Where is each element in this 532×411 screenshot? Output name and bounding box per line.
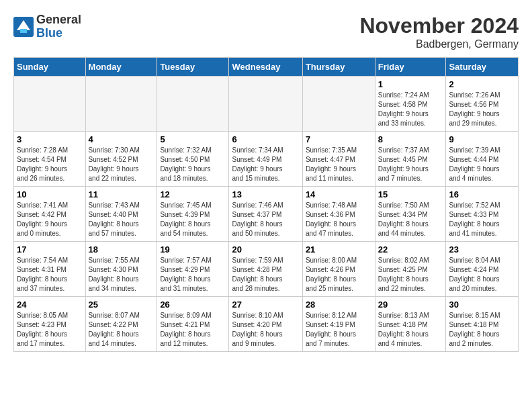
calendar-cell: 7Sunrise: 7:35 AM Sunset: 4:47 PM Daylig… (302, 132, 375, 187)
day-number: 13 (232, 189, 299, 199)
calendar-cell: 11Sunrise: 7:43 AM Sunset: 4:40 PM Dayli… (85, 187, 157, 242)
day-number: 2 (449, 79, 515, 89)
day-number: 25 (89, 300, 154, 310)
day-number: 5 (160, 134, 226, 144)
day-number: 28 (306, 300, 372, 310)
day-number: 19 (160, 244, 226, 255)
day-number: 12 (160, 189, 226, 199)
day-info: Sunrise: 7:26 AM Sunset: 4:56 PM Dayligh… (449, 91, 515, 128)
calendar-cell: 18Sunrise: 7:55 AM Sunset: 4:30 PM Dayli… (85, 242, 157, 297)
day-number: 30 (449, 300, 515, 310)
day-number: 6 (232, 134, 299, 144)
weekday-header-tuesday: Tuesday (157, 58, 229, 77)
day-info: Sunrise: 7:37 AM Sunset: 4:45 PM Dayligh… (378, 146, 443, 183)
day-number: 14 (306, 189, 372, 199)
day-number: 18 (89, 244, 154, 255)
day-info: Sunrise: 7:24 AM Sunset: 4:58 PM Dayligh… (378, 91, 443, 128)
day-number: 17 (17, 244, 83, 255)
weekday-header-row: SundayMondayTuesdayWednesdayThursdayFrid… (14, 58, 519, 77)
calendar-week-row: 1Sunrise: 7:24 AM Sunset: 4:58 PM Daylig… (14, 77, 519, 132)
calendar-cell: 28Sunrise: 8:12 AM Sunset: 4:19 PM Dayli… (302, 297, 375, 352)
calendar-table: SundayMondayTuesdayWednesdayThursdayFrid… (13, 57, 519, 352)
day-number: 27 (232, 300, 299, 310)
calendar-cell: 10Sunrise: 7:41 AM Sunset: 4:42 PM Dayli… (14, 187, 86, 242)
calendar-week-row: 17Sunrise: 7:54 AM Sunset: 4:31 PM Dayli… (14, 242, 519, 297)
calendar-cell (157, 77, 229, 132)
day-info: Sunrise: 8:07 AM Sunset: 4:22 PM Dayligh… (89, 311, 154, 349)
calendar-cell: 22Sunrise: 8:02 AM Sunset: 4:25 PM Dayli… (375, 242, 446, 297)
weekday-header-sunday: Sunday (14, 58, 86, 77)
calendar-cell (229, 77, 302, 132)
day-info: Sunrise: 7:48 AM Sunset: 4:36 PM Dayligh… (306, 201, 372, 238)
calendar-cell: 5Sunrise: 7:32 AM Sunset: 4:50 PM Daylig… (157, 132, 229, 187)
calendar-cell: 27Sunrise: 8:10 AM Sunset: 4:20 PM Dayli… (229, 297, 302, 352)
calendar-cell: 16Sunrise: 7:52 AM Sunset: 4:33 PM Dayli… (446, 187, 519, 242)
day-number: 15 (378, 189, 443, 199)
day-info: Sunrise: 7:52 AM Sunset: 4:33 PM Dayligh… (449, 201, 515, 238)
calendar-cell: 29Sunrise: 8:13 AM Sunset: 4:18 PM Dayli… (375, 297, 446, 352)
weekday-header-wednesday: Wednesday (229, 58, 302, 77)
weekday-header-monday: Monday (85, 58, 157, 77)
calendar-cell: 25Sunrise: 8:07 AM Sunset: 4:22 PM Dayli… (85, 297, 157, 352)
calendar-cell: 17Sunrise: 7:54 AM Sunset: 4:31 PM Dayli… (14, 242, 86, 297)
calendar-cell: 9Sunrise: 7:39 AM Sunset: 4:44 PM Daylig… (446, 132, 519, 187)
calendar-cell: 13Sunrise: 7:46 AM Sunset: 4:37 PM Dayli… (229, 187, 302, 242)
month-title: November 2024 (359, 13, 519, 38)
day-number: 16 (449, 189, 515, 199)
calendar-cell: 30Sunrise: 8:15 AM Sunset: 4:18 PM Dayli… (446, 297, 519, 352)
logo: General Blue (13, 13, 81, 40)
day-info: Sunrise: 8:02 AM Sunset: 4:25 PM Dayligh… (378, 256, 443, 293)
calendar-cell: 14Sunrise: 7:48 AM Sunset: 4:36 PM Dayli… (302, 187, 375, 242)
calendar-cell (85, 77, 157, 132)
calendar-cell: 4Sunrise: 7:30 AM Sunset: 4:52 PM Daylig… (85, 132, 157, 187)
calendar-cell: 20Sunrise: 7:59 AM Sunset: 4:28 PM Dayli… (229, 242, 302, 297)
day-info: Sunrise: 7:30 AM Sunset: 4:52 PM Dayligh… (89, 146, 154, 183)
day-info: Sunrise: 7:28 AM Sunset: 4:54 PM Dayligh… (17, 146, 83, 183)
day-info: Sunrise: 8:15 AM Sunset: 4:18 PM Dayligh… (449, 311, 515, 349)
day-info: Sunrise: 7:54 AM Sunset: 4:31 PM Dayligh… (17, 256, 83, 293)
day-number: 3 (17, 134, 83, 144)
calendar-week-row: 24Sunrise: 8:05 AM Sunset: 4:23 PM Dayli… (14, 297, 519, 352)
svg-rect-2 (20, 29, 27, 33)
day-info: Sunrise: 8:12 AM Sunset: 4:19 PM Dayligh… (306, 311, 372, 349)
day-info: Sunrise: 7:34 AM Sunset: 4:49 PM Dayligh… (232, 146, 299, 183)
weekday-header-thursday: Thursday (302, 58, 375, 77)
day-info: Sunrise: 7:46 AM Sunset: 4:37 PM Dayligh… (232, 201, 299, 238)
calendar-cell: 19Sunrise: 7:57 AM Sunset: 4:29 PM Dayli… (157, 242, 229, 297)
day-number: 20 (232, 244, 299, 255)
day-info: Sunrise: 7:57 AM Sunset: 4:29 PM Dayligh… (160, 256, 226, 293)
day-info: Sunrise: 7:50 AM Sunset: 4:34 PM Dayligh… (378, 201, 443, 238)
day-number: 7 (306, 134, 372, 144)
calendar-cell: 6Sunrise: 7:34 AM Sunset: 4:49 PM Daylig… (229, 132, 302, 187)
day-info: Sunrise: 8:04 AM Sunset: 4:24 PM Dayligh… (449, 256, 515, 293)
calendar-cell: 3Sunrise: 7:28 AM Sunset: 4:54 PM Daylig… (14, 132, 86, 187)
day-info: Sunrise: 7:59 AM Sunset: 4:28 PM Dayligh… (232, 256, 299, 293)
day-number: 29 (378, 300, 443, 310)
calendar-cell: 26Sunrise: 8:09 AM Sunset: 4:21 PM Dayli… (157, 297, 229, 352)
logo-blue-text: Blue (36, 27, 81, 40)
calendar-cell (14, 77, 86, 132)
calendar-cell: 1Sunrise: 7:24 AM Sunset: 4:58 PM Daylig… (375, 77, 446, 132)
day-number: 23 (449, 244, 515, 255)
day-number: 26 (160, 300, 226, 310)
day-info: Sunrise: 7:41 AM Sunset: 4:42 PM Dayligh… (17, 201, 83, 238)
day-number: 8 (378, 134, 443, 144)
calendar-cell: 8Sunrise: 7:37 AM Sunset: 4:45 PM Daylig… (375, 132, 446, 187)
weekday-header-saturday: Saturday (446, 58, 519, 77)
day-number: 9 (449, 134, 515, 144)
calendar-cell: 2Sunrise: 7:26 AM Sunset: 4:56 PM Daylig… (446, 77, 519, 132)
logo-icon (13, 17, 34, 37)
title-block: November 2024 Badbergen, Germany (359, 13, 519, 50)
day-number: 1 (378, 79, 443, 89)
day-number: 22 (378, 244, 443, 255)
page-header: General Blue November 2024 Badbergen, Ge… (13, 13, 519, 50)
day-info: Sunrise: 8:05 AM Sunset: 4:23 PM Dayligh… (17, 311, 83, 349)
day-info: Sunrise: 7:55 AM Sunset: 4:30 PM Dayligh… (89, 256, 154, 293)
calendar-week-row: 3Sunrise: 7:28 AM Sunset: 4:54 PM Daylig… (14, 132, 519, 187)
calendar-cell: 23Sunrise: 8:04 AM Sunset: 4:24 PM Dayli… (446, 242, 519, 297)
day-info: Sunrise: 8:10 AM Sunset: 4:20 PM Dayligh… (232, 311, 299, 349)
location: Badbergen, Germany (359, 38, 519, 50)
day-info: Sunrise: 8:13 AM Sunset: 4:18 PM Dayligh… (378, 311, 443, 349)
weekday-header-friday: Friday (375, 58, 446, 77)
day-info: Sunrise: 7:39 AM Sunset: 4:44 PM Dayligh… (449, 146, 515, 183)
